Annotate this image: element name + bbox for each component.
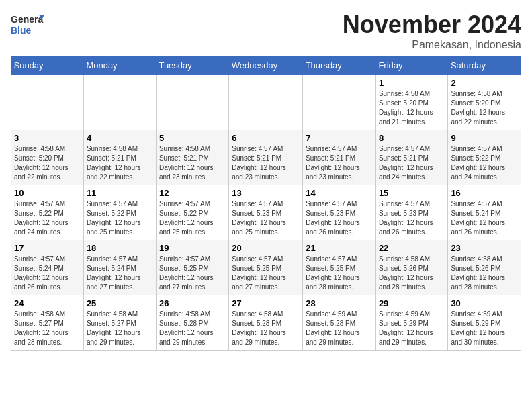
day-number: 26 bbox=[159, 298, 226, 308]
calendar-cell bbox=[83, 75, 156, 130]
calendar-cell: 29Sunrise: 4:59 AM Sunset: 5:29 PM Dayli… bbox=[375, 295, 448, 351]
title-area: November 2024 Pamekasan, Indonesia bbox=[343, 11, 521, 51]
day-number: 24 bbox=[14, 298, 81, 308]
day-info: Sunrise: 4:58 AM Sunset: 5:20 PM Dayligh… bbox=[451, 89, 518, 127]
calendar-cell: 16Sunrise: 4:57 AM Sunset: 5:24 PM Dayli… bbox=[448, 185, 521, 240]
day-number: 17 bbox=[14, 243, 81, 253]
day-number: 14 bbox=[306, 188, 373, 198]
day-number: 27 bbox=[232, 298, 300, 308]
day-number: 4 bbox=[87, 133, 153, 143]
calendar-cell: 14Sunrise: 4:57 AM Sunset: 5:23 PM Dayli… bbox=[303, 185, 376, 240]
calendar-cell: 17Sunrise: 4:57 AM Sunset: 5:24 PM Dayli… bbox=[11, 240, 84, 295]
calendar-week-row: 17Sunrise: 4:57 AM Sunset: 5:24 PM Dayli… bbox=[11, 240, 521, 295]
calendar-cell: 30Sunrise: 4:59 AM Sunset: 5:29 PM Dayli… bbox=[448, 295, 521, 351]
calendar-cell bbox=[303, 75, 376, 130]
calendar-week-row: 1Sunrise: 4:58 AM Sunset: 5:20 PM Daylig… bbox=[11, 75, 521, 130]
day-info: Sunrise: 4:57 AM Sunset: 5:22 PM Dayligh… bbox=[87, 199, 153, 237]
day-number: 1 bbox=[379, 78, 445, 88]
day-number: 6 bbox=[232, 133, 300, 143]
calendar-cell: 27Sunrise: 4:58 AM Sunset: 5:28 PM Dayli… bbox=[229, 295, 303, 351]
logo: General Blue bbox=[11, 11, 44, 41]
calendar-cell: 28Sunrise: 4:59 AM Sunset: 5:28 PM Dayli… bbox=[303, 295, 376, 351]
logo-svg: General Blue bbox=[11, 11, 44, 41]
day-number: 15 bbox=[379, 188, 445, 198]
calendar-cell: 8Sunrise: 4:57 AM Sunset: 5:21 PM Daylig… bbox=[375, 130, 448, 185]
day-number: 9 bbox=[451, 133, 518, 143]
calendar-week-row: 24Sunrise: 4:58 AM Sunset: 5:27 PM Dayli… bbox=[11, 295, 521, 351]
calendar-header-tuesday: Tuesday bbox=[156, 56, 228, 75]
calendar-cell: 24Sunrise: 4:58 AM Sunset: 5:27 PM Dayli… bbox=[11, 295, 84, 351]
calendar-cell: 22Sunrise: 4:58 AM Sunset: 5:26 PM Dayli… bbox=[375, 240, 448, 295]
calendar-cell: 10Sunrise: 4:57 AM Sunset: 5:22 PM Dayli… bbox=[11, 185, 84, 240]
calendar-header-row: SundayMondayTuesdayWednesdayThursdayFrid… bbox=[11, 56, 521, 75]
day-info: Sunrise: 4:57 AM Sunset: 5:22 PM Dayligh… bbox=[159, 199, 226, 237]
day-number: 10 bbox=[14, 188, 81, 198]
day-info: Sunrise: 4:57 AM Sunset: 5:21 PM Dayligh… bbox=[232, 144, 300, 182]
calendar-cell: 21Sunrise: 4:57 AM Sunset: 5:25 PM Dayli… bbox=[303, 240, 376, 295]
calendar-cell: 18Sunrise: 4:57 AM Sunset: 5:24 PM Dayli… bbox=[83, 240, 156, 295]
day-info: Sunrise: 4:57 AM Sunset: 5:25 PM Dayligh… bbox=[159, 255, 226, 292]
calendar-header-friday: Friday bbox=[375, 56, 448, 75]
day-number: 16 bbox=[451, 188, 518, 198]
day-info: Sunrise: 4:57 AM Sunset: 5:21 PM Dayligh… bbox=[306, 144, 373, 182]
day-info: Sunrise: 4:58 AM Sunset: 5:26 PM Dayligh… bbox=[451, 255, 518, 292]
calendar-cell: 23Sunrise: 4:58 AM Sunset: 5:26 PM Dayli… bbox=[448, 240, 521, 295]
calendar-week-row: 10Sunrise: 4:57 AM Sunset: 5:22 PM Dayli… bbox=[11, 185, 521, 240]
calendar-cell: 5Sunrise: 4:58 AM Sunset: 5:21 PM Daylig… bbox=[156, 130, 228, 185]
calendar-header-monday: Monday bbox=[83, 56, 156, 75]
calendar-cell: 12Sunrise: 4:57 AM Sunset: 5:22 PM Dayli… bbox=[156, 185, 228, 240]
calendar-cell: 9Sunrise: 4:57 AM Sunset: 5:22 PM Daylig… bbox=[448, 130, 521, 185]
day-info: Sunrise: 4:57 AM Sunset: 5:22 PM Dayligh… bbox=[451, 144, 518, 182]
day-info: Sunrise: 4:57 AM Sunset: 5:24 PM Dayligh… bbox=[451, 199, 518, 237]
day-number: 3 bbox=[14, 133, 81, 143]
day-number: 21 bbox=[306, 243, 373, 253]
day-info: Sunrise: 4:57 AM Sunset: 5:25 PM Dayligh… bbox=[232, 255, 300, 292]
day-number: 13 bbox=[232, 188, 300, 198]
day-info: Sunrise: 4:58 AM Sunset: 5:27 PM Dayligh… bbox=[14, 310, 81, 347]
day-number: 22 bbox=[379, 243, 445, 253]
day-info: Sunrise: 4:58 AM Sunset: 5:20 PM Dayligh… bbox=[14, 144, 81, 182]
day-number: 20 bbox=[232, 243, 300, 253]
day-number: 2 bbox=[451, 78, 518, 88]
calendar-cell: 25Sunrise: 4:58 AM Sunset: 5:27 PM Dayli… bbox=[83, 295, 156, 351]
svg-text:Blue: Blue bbox=[11, 25, 32, 36]
day-number: 28 bbox=[306, 298, 373, 308]
day-number: 18 bbox=[87, 243, 153, 253]
month-title: November 2024 bbox=[343, 11, 521, 39]
day-info: Sunrise: 4:58 AM Sunset: 5:28 PM Dayligh… bbox=[159, 310, 226, 347]
day-info: Sunrise: 4:58 AM Sunset: 5:28 PM Dayligh… bbox=[232, 310, 300, 347]
day-info: Sunrise: 4:57 AM Sunset: 5:24 PM Dayligh… bbox=[87, 255, 153, 292]
day-info: Sunrise: 4:58 AM Sunset: 5:27 PM Dayligh… bbox=[87, 310, 153, 347]
day-number: 29 bbox=[379, 298, 445, 308]
day-info: Sunrise: 4:58 AM Sunset: 5:21 PM Dayligh… bbox=[87, 144, 153, 182]
calendar-cell: 26Sunrise: 4:58 AM Sunset: 5:28 PM Dayli… bbox=[156, 295, 228, 351]
calendar-table: SundayMondayTuesdayWednesdayThursdayFrid… bbox=[11, 56, 521, 351]
calendar-cell: 20Sunrise: 4:57 AM Sunset: 5:25 PM Dayli… bbox=[229, 240, 303, 295]
calendar-cell: 1Sunrise: 4:58 AM Sunset: 5:20 PM Daylig… bbox=[375, 75, 448, 130]
header: General Blue November 2024 Pamekasan, In… bbox=[11, 11, 521, 51]
day-number: 12 bbox=[159, 188, 226, 198]
svg-text:General: General bbox=[11, 14, 44, 25]
day-number: 5 bbox=[159, 133, 226, 143]
calendar-cell: 3Sunrise: 4:58 AM Sunset: 5:20 PM Daylig… bbox=[11, 130, 84, 185]
calendar-cell: 2Sunrise: 4:58 AM Sunset: 5:20 PM Daylig… bbox=[448, 75, 521, 130]
day-number: 8 bbox=[379, 133, 445, 143]
calendar-header-wednesday: Wednesday bbox=[229, 56, 303, 75]
calendar-cell: 19Sunrise: 4:57 AM Sunset: 5:25 PM Dayli… bbox=[156, 240, 228, 295]
day-info: Sunrise: 4:58 AM Sunset: 5:20 PM Dayligh… bbox=[379, 89, 445, 127]
calendar-cell bbox=[229, 75, 303, 130]
day-info: Sunrise: 4:57 AM Sunset: 5:23 PM Dayligh… bbox=[232, 199, 300, 237]
calendar-cell: 11Sunrise: 4:57 AM Sunset: 5:22 PM Dayli… bbox=[83, 185, 156, 240]
calendar-cell: 15Sunrise: 4:57 AM Sunset: 5:23 PM Dayli… bbox=[375, 185, 448, 240]
day-info: Sunrise: 4:58 AM Sunset: 5:26 PM Dayligh… bbox=[379, 255, 445, 292]
day-info: Sunrise: 4:57 AM Sunset: 5:21 PM Dayligh… bbox=[379, 144, 445, 182]
day-number: 19 bbox=[159, 243, 226, 253]
day-info: Sunrise: 4:57 AM Sunset: 5:22 PM Dayligh… bbox=[14, 199, 81, 237]
calendar-header-saturday: Saturday bbox=[448, 56, 521, 75]
day-info: Sunrise: 4:57 AM Sunset: 5:23 PM Dayligh… bbox=[306, 199, 373, 237]
calendar-cell bbox=[156, 75, 228, 130]
day-info: Sunrise: 4:58 AM Sunset: 5:21 PM Dayligh… bbox=[159, 144, 226, 182]
location-title: Pamekasan, Indonesia bbox=[343, 39, 521, 51]
calendar-cell: 13Sunrise: 4:57 AM Sunset: 5:23 PM Dayli… bbox=[229, 185, 303, 240]
day-number: 7 bbox=[306, 133, 373, 143]
